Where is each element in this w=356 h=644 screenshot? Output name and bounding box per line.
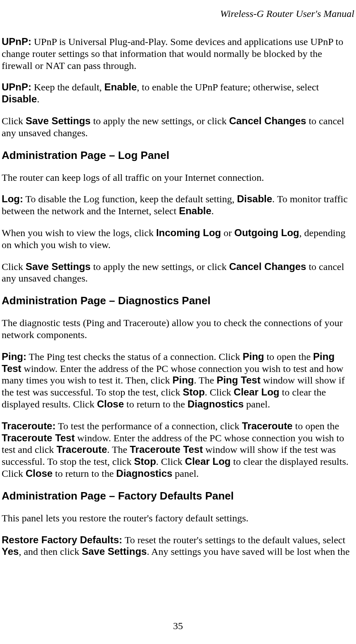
diagnostics-word: Diagnostics (187, 398, 244, 410)
paragraph-upnp-setting: UPnP: Keep the default, Enable, to enabl… (2, 81, 354, 105)
heading-diagnostics-panel: Administration Page – Diagnostics Panel (2, 294, 354, 307)
traceroute-test-word: Traceroute Test (130, 444, 203, 455)
cancel-changes-word: Cancel Changes (229, 261, 306, 272)
t: Click (2, 116, 26, 126)
paragraph-restore-defaults: Restore Factory Defaults: To reset the r… (2, 534, 354, 558)
traceroute-label: Traceroute: (2, 420, 56, 431)
traceroute-test-word: Traceroute Test (2, 432, 75, 443)
manual-title: Wireless-G Router User's Manual (220, 8, 354, 19)
upnp-intro-text: UPnP is Universal Plug-and-Play. Some de… (2, 36, 343, 71)
disable-word: Disable (2, 93, 37, 104)
paragraph-ping: Ping: The Ping test checks the status of… (2, 351, 354, 410)
t: . Click (205, 387, 234, 398)
t: Click (2, 261, 26, 272)
t: to open the (292, 421, 339, 431)
paragraph-diagnostics-intro: The diagnostic tests (Ping and Tracerout… (2, 317, 354, 341)
disable-word: Disable (237, 193, 272, 204)
t: to apply the new settings, or click (90, 261, 229, 272)
upnp-label-2: UPnP: (2, 81, 31, 92)
t: . (211, 206, 214, 216)
t: or (221, 227, 234, 238)
ping-word: Ping (173, 374, 194, 386)
t: . The (107, 444, 130, 455)
t: panel. (244, 399, 270, 410)
paragraph-traceroute: Traceroute: To test the performance of a… (2, 420, 354, 480)
restore-label: Restore Factory Defaults: (2, 534, 122, 545)
ping-word: Ping (242, 351, 264, 362)
t: , to enable the UPnP feature; otherwise,… (137, 82, 319, 92)
save-settings-word: Save Settings (82, 546, 147, 557)
save-settings-word: Save Settings (26, 115, 90, 126)
t: . (37, 94, 39, 104)
paragraph-log-intro: The router can keep logs of all traffic … (2, 172, 354, 184)
page: Wireless-G Router User's Manual UPnP: UP… (0, 0, 356, 644)
t: Keep the default, (31, 82, 104, 92)
t: To test the performance of a connection,… (56, 421, 242, 431)
enable-word: Enable (104, 81, 137, 92)
page-header: Wireless-G Router User's Manual (2, 8, 354, 19)
heading-log-panel: Administration Page – Log Panel (2, 149, 354, 162)
paragraph-log-setting: Log: To disable the Log function, keep t… (2, 193, 354, 217)
incoming-log-word: Incoming Log (156, 227, 221, 238)
paragraph-view-logs: When you wish to view the logs, click In… (2, 227, 354, 251)
t: to open the (264, 351, 313, 362)
t: to apply the new settings, or click (90, 116, 229, 126)
save-settings-word: Save Settings (26, 261, 90, 272)
clear-log-word: Clear Log (185, 456, 231, 467)
clear-log-word: Clear Log (234, 386, 280, 398)
t: To reset the router's settings to the de… (122, 535, 345, 545)
paragraph-save-2: Click Save Settings to apply the new set… (2, 261, 354, 285)
outgoing-log-word: Outgoing Log (234, 227, 299, 238)
t: . Any settings you have saved will be lo… (147, 546, 349, 557)
paragraph-factory-intro: This panel lets you restore the router's… (2, 512, 354, 524)
paragraph-upnp-intro: UPnP: UPnP is Universal Plug-and-Play. S… (2, 36, 354, 71)
stop-word: Stop (134, 456, 156, 467)
ping-label: Ping: (2, 351, 26, 362)
ping-test-word: Ping Test (216, 374, 260, 386)
cancel-changes-word: Cancel Changes (229, 115, 306, 126)
stop-word: Stop (183, 386, 204, 398)
paragraph-save-1: Click Save Settings to apply the new set… (2, 115, 354, 139)
page-footer: 35 (0, 620, 356, 632)
close-word: Close (97, 398, 124, 410)
page-number: 35 (173, 620, 183, 631)
heading-factory-defaults-panel: Administration Page – Factory Defaults P… (2, 490, 354, 502)
traceroute-word: Traceroute (57, 444, 107, 455)
t: . The (194, 375, 217, 386)
t: . Click (156, 456, 185, 467)
close-word: Close (26, 468, 52, 479)
diagnostics-word: Diagnostics (116, 468, 172, 479)
upnp-label: UPnP: (2, 36, 31, 47)
enable-word: Enable (179, 205, 211, 216)
log-label: Log: (2, 193, 23, 204)
t: panel. (172, 468, 199, 479)
t: to return to the (52, 468, 116, 479)
t: to return to the (124, 399, 187, 410)
t: To disable the Log function, keep the de… (23, 194, 237, 204)
t: When you wish to view the logs, click (2, 227, 156, 238)
traceroute-word: Traceroute (242, 420, 293, 431)
yes-word: Yes (2, 546, 19, 557)
t: , and then click (19, 546, 82, 557)
t: The Ping test checks the status of a con… (26, 351, 242, 362)
